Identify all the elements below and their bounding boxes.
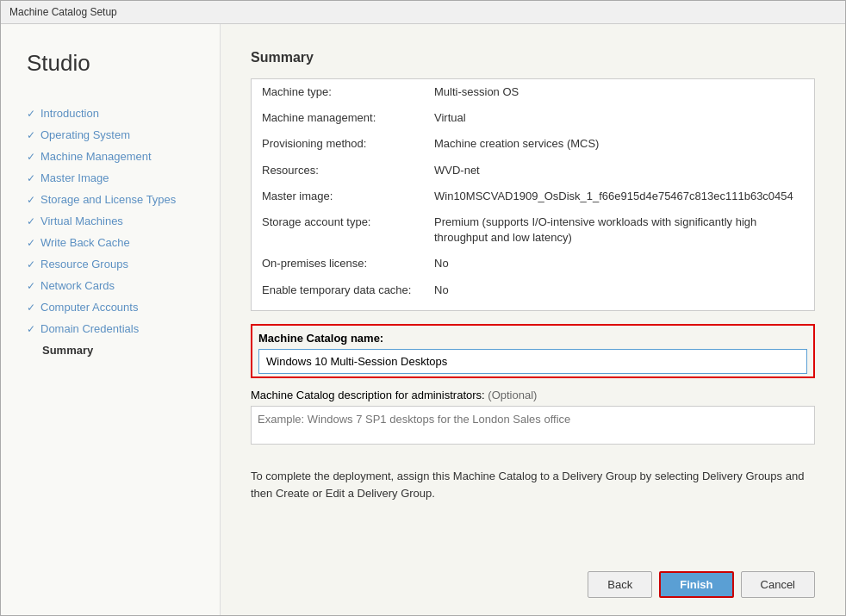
sidebar-item-storage-license[interactable]: ✓Storage and License Types [27, 189, 202, 210]
summary-table: Machine type:Multi-session OSMachine man… [252, 79, 814, 311]
row-label: On-premises license: [252, 251, 424, 277]
table-row: VDA version:1811 (or newer) [252, 303, 814, 311]
row-value: WVD-net [424, 158, 814, 184]
row-value: Win10MSCVAD1909_OsDisk_1_f66e915d4e75467… [424, 184, 814, 209]
sidebar-item-label: Resource Groups [40, 258, 128, 271]
table-row: Master image:Win10MSCVAD1909_OsDisk_1_f6… [252, 184, 814, 209]
sidebar-item-introduction[interactable]: ✓Introduction [27, 103, 202, 124]
table-row: Storage account type:Premium (supports I… [252, 209, 814, 251]
sidebar-item-label: Storage and License Types [40, 193, 176, 206]
table-row: Resources:WVD-net [252, 158, 814, 184]
main-content: Summary Machine type:Multi-session OSMac… [221, 24, 845, 615]
description-label: Machine Catalog description for administ… [251, 389, 815, 401]
catalog-name-label: Machine Catalog name: [258, 332, 807, 345]
check-icon: ✓ [27, 129, 35, 141]
check-icon: ✓ [27, 302, 35, 314]
row-label: Machine type: [252, 79, 424, 105]
sidebar-item-label: Network Cards [40, 279, 115, 292]
sidebar-item-write-back-cache[interactable]: ✓Write Back Cache [27, 232, 202, 253]
sidebar-item-label: Master Image [40, 171, 109, 184]
sidebar-item-label: Virtual Machines [40, 215, 123, 227]
title-bar: Machine Catalog Setup [1, 1, 845, 24]
sidebar-item-label: Computer Accounts [40, 301, 138, 314]
sidebar-item-virtual-machines[interactable]: ✓Virtual Machines [27, 210, 202, 232]
sidebar-item-label: Introduction [40, 107, 99, 120]
check-icon: ✓ [27, 280, 35, 292]
sidebar-item-machine-management[interactable]: ✓Machine Management [27, 146, 202, 167]
row-value: Premium (supports I/O-intensive workload… [424, 209, 814, 251]
button-row: Back Finish Cancel [251, 563, 815, 598]
row-value: No [424, 277, 814, 303]
check-icon: ✓ [27, 258, 35, 271]
info-text: To complete the deployment, assign this … [251, 468, 815, 501]
catalog-name-input[interactable] [258, 349, 807, 374]
table-row: On-premises license:No [252, 251, 814, 277]
sidebar-item-label: Summary [42, 344, 93, 357]
content-area: Studio ✓Introduction✓Operating System✓Ma… [1, 24, 845, 615]
row-label: Machine management: [252, 105, 424, 131]
table-row: Machine type:Multi-session OS [252, 79, 814, 105]
sidebar-item-label: Write Back Cache [40, 236, 130, 249]
check-icon: ✓ [27, 194, 35, 206]
row-label: VDA version: [252, 303, 424, 311]
sidebar-item-master-image[interactable]: ✓Master Image [27, 167, 202, 189]
row-value: Virtual [424, 105, 814, 131]
row-value: 1811 (or newer) [424, 303, 814, 311]
description-section: Machine Catalog description for administ… [251, 389, 815, 447]
sidebar-item-domain-credentials[interactable]: ✓Domain Credentials [27, 318, 202, 339]
sidebar-item-operating-system[interactable]: ✓Operating System [27, 124, 202, 146]
sidebar-item-label: Machine Management [40, 150, 152, 163]
table-row: Enable temporary data cache:No [252, 277, 814, 303]
sidebar-nav: ✓Introduction✓Operating System✓Machine M… [27, 103, 202, 361]
main-window: Machine Catalog Setup Studio ✓Introducti… [0, 0, 846, 616]
sidebar-item-summary[interactable]: Summary [27, 339, 202, 361]
row-label: Resources: [252, 158, 424, 184]
section-title: Summary [251, 50, 815, 65]
window-title: Machine Catalog Setup [9, 6, 117, 18]
sidebar-item-network-cards[interactable]: ✓Network Cards [27, 275, 202, 296]
table-row: Provisioning method:Machine creation ser… [252, 131, 814, 157]
row-label: Master image: [252, 184, 424, 209]
description-textarea[interactable] [251, 406, 815, 445]
cancel-button[interactable]: Cancel [741, 571, 815, 598]
check-icon: ✓ [27, 151, 35, 163]
active-bullet [27, 344, 37, 357]
sidebar-item-label: Domain Credentials [40, 322, 139, 335]
check-icon: ✓ [27, 172, 35, 184]
row-value: Multi-session OS [424, 79, 814, 105]
check-icon: ✓ [27, 237, 35, 249]
sidebar: Studio ✓Introduction✓Operating System✓Ma… [1, 24, 221, 615]
sidebar-item-resource-groups[interactable]: ✓Resource Groups [27, 253, 202, 275]
back-button[interactable]: Back [588, 571, 652, 598]
table-row: Machine management:Virtual [252, 105, 814, 131]
catalog-name-section: Machine Catalog name: [251, 324, 815, 378]
sidebar-item-label: Operating System [40, 128, 130, 141]
sidebar-title: Studio [27, 50, 202, 77]
row-value: Machine creation services (MCS) [424, 131, 814, 157]
sidebar-item-computer-accounts[interactable]: ✓Computer Accounts [27, 296, 202, 318]
row-label: Storage account type: [252, 209, 424, 251]
check-icon: ✓ [27, 108, 35, 120]
row-value: No [424, 251, 814, 277]
row-label: Provisioning method: [252, 131, 424, 157]
check-icon: ✓ [27, 215, 35, 227]
row-label: Enable temporary data cache: [252, 277, 424, 303]
finish-button[interactable]: Finish [659, 571, 733, 598]
check-icon: ✓ [27, 323, 35, 335]
summary-table-container: Machine type:Multi-session OSMachine man… [251, 78, 815, 311]
